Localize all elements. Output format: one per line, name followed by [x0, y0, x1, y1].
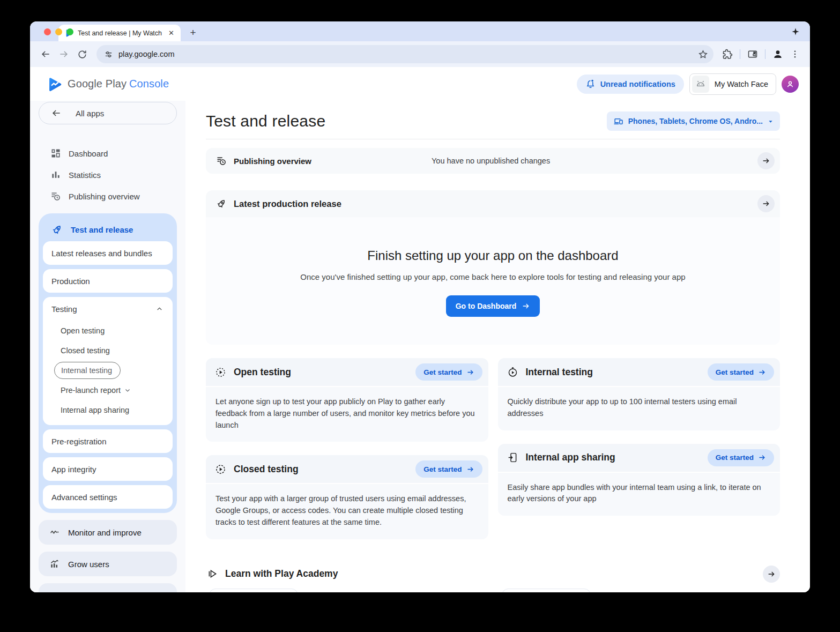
play-console-logo-icon [47, 77, 62, 92]
sidebar-item-open-testing[interactable]: Open testing [61, 321, 173, 340]
publishing-overview-card[interactable]: Publishing overview You have no unpublis… [206, 148, 780, 174]
internal-app-sharing-get-started-button[interactable]: Get started [708, 449, 774, 466]
profile-icon[interactable] [770, 47, 785, 62]
unread-notifications-label: Unread notifications [600, 80, 675, 88]
reload-icon[interactable] [74, 46, 90, 62]
grow-users-icon [49, 559, 60, 569]
back-icon[interactable] [38, 46, 54, 62]
device-filter-dropdown[interactable]: Phones, Tablets, Chrome OS, Andro... [607, 111, 780, 131]
publishing-overview-icon [50, 191, 61, 202]
internal-app-sharing-icon [507, 452, 518, 463]
sidebar-item-closed-testing[interactable]: Closed testing [61, 340, 173, 360]
sidebar-item-label: Latest releases and bundles [51, 249, 152, 258]
chevron-down-icon [124, 387, 131, 393]
dashboard-icon [50, 148, 61, 159]
sidebar-item-label: Publishing overview [69, 192, 140, 201]
url-text[interactable]: play.google.com [118, 50, 690, 58]
main-content: Test and release Phones, Tablets, Chrome… [185, 101, 810, 592]
forward-icon[interactable] [56, 46, 72, 62]
selected-app-name: My Watch Face [715, 80, 768, 88]
sidebar-item-label: Dashboard [69, 149, 108, 158]
sidebar-item-partial[interactable] [39, 583, 177, 592]
arrow-right-icon [758, 368, 766, 376]
new-tab-button[interactable]: + [186, 26, 200, 40]
play-academy-section: Learn with Play Academy Set up an open, … [206, 562, 780, 593]
device-filter-label: Phones, Tablets, Chrome OS, Andro... [628, 117, 763, 125]
academy-course-strip: Set up an open, closed or internal test … [206, 589, 780, 593]
tab-title: Test and release | My Watch F [78, 29, 162, 37]
app-selector[interactable]: My Watch Face [689, 73, 776, 95]
sidebar-item-production[interactable]: Production [43, 269, 173, 293]
sidebar-item-label: Pre-registration [51, 437, 107, 446]
monitor-pulse-icon [49, 527, 60, 538]
testing-sublist: Open testing Closed testing Internal tes… [43, 321, 173, 425]
sidebar-item-latest-releases[interactable]: Latest releases and bundles [43, 241, 173, 265]
open-play-academy-button[interactable] [763, 566, 780, 583]
all-apps-button[interactable]: All apps [39, 102, 177, 124]
latest-production-release-card: Latest production release Finish setting… [206, 190, 780, 345]
course-thumbnail[interactable] [209, 589, 298, 593]
sidebar: All apps Dashboard Statistics Publishing… [30, 101, 185, 592]
rocket-icon [51, 224, 63, 235]
side-panel-search-icon[interactable] [745, 47, 760, 62]
sidebar-item-label: Advanced settings [51, 493, 117, 502]
get-started-label: Get started [423, 465, 462, 473]
card-title: Open testing [234, 367, 408, 378]
minimize-window-button[interactable] [55, 28, 62, 35]
sidebar-item-test-and-release[interactable]: Test and release [43, 218, 173, 241]
android-icon [692, 76, 709, 93]
sidebar-item-statistics[interactable]: Statistics [39, 164, 177, 185]
sidebar-item-internal-testing[interactable]: Internal testing [61, 360, 173, 380]
open-testing-icon [215, 367, 226, 378]
sidebar-item-label: Monitor and improve [68, 528, 142, 537]
window-controls [44, 28, 73, 35]
closed-testing-icon [215, 464, 226, 475]
play-console-logo[interactable]: Google PlayConsole [47, 77, 169, 92]
sidebar-item-pre-launch-report[interactable]: Pre-launch report [61, 380, 173, 400]
menu-dots-icon[interactable] [787, 47, 802, 62]
testing-cards-grid: Open testing Get started Let anyone sign… [206, 358, 780, 539]
card-description: Let anyone sign up to test your app publ… [206, 387, 488, 442]
divider [206, 139, 780, 139]
bookmark-star-icon[interactable] [695, 47, 710, 62]
latest-production-release-header[interactable]: Latest production release [206, 190, 780, 217]
sparkle-icon[interactable] [789, 25, 802, 39]
tab-close-icon[interactable]: ✕ [166, 29, 176, 37]
internal-testing-get-started-button[interactable]: Get started [708, 363, 774, 381]
finish-setup-heading: Finish setting up your app on the dashbo… [227, 248, 759, 263]
browser-tab[interactable]: Test and release | My Watch F ✕ [58, 25, 181, 41]
course-thumbnail[interactable] [502, 589, 591, 593]
arrow-right-icon [466, 368, 474, 376]
account-avatar[interactable] [782, 76, 799, 93]
section-title: Learn with Play Academy [225, 568, 756, 579]
sidebar-item-advanced-settings[interactable]: Advanced settings [43, 485, 173, 509]
address-bar[interactable]: play.google.com [96, 45, 713, 63]
closed-testing-get-started-button[interactable]: Get started [415, 460, 482, 478]
go-to-dashboard-button[interactable]: Go to Dashboard [446, 295, 540, 317]
arrow-right-icon [466, 465, 474, 473]
sidebar-item-internal-app-sharing[interactable]: Internal app sharing [61, 400, 173, 420]
open-testing-get-started-button[interactable]: Get started [415, 363, 482, 381]
play-academy-icon [207, 568, 218, 579]
closed-testing-card: Closed testing Get started Test your app… [206, 455, 488, 539]
internal-app-sharing-card: Internal app sharing Get started Easily … [498, 444, 780, 516]
maximize-window-button[interactable] [66, 28, 73, 35]
sidebar-item-dashboard[interactable]: Dashboard [39, 143, 177, 164]
unread-notifications-button[interactable]: Unread notifications [577, 75, 684, 94]
extensions-icon[interactable] [720, 47, 735, 62]
sidebar-item-pre-registration[interactable]: Pre-registration [43, 429, 173, 453]
toolbar-divider [740, 49, 740, 59]
sidebar-item-app-integrity[interactable]: App integrity [43, 457, 173, 481]
arrow-right-icon [762, 157, 770, 165]
site-settings-icon[interactable] [104, 50, 113, 59]
sidebar-item-publishing-overview[interactable]: Publishing overview [39, 185, 177, 207]
sidebar-item-testing[interactable]: Testing [43, 297, 173, 321]
arrow-right-icon [758, 453, 766, 462]
sidebar-item-label: Internal testing [54, 362, 121, 379]
open-publishing-overview-button[interactable] [757, 152, 775, 169]
close-window-button[interactable] [44, 28, 51, 35]
sidebar-item-monitor-and-improve[interactable]: Monitor and improve [39, 520, 177, 545]
get-started-label: Get started [716, 368, 754, 376]
sidebar-item-grow-users[interactable]: Grow users [39, 552, 177, 576]
open-latest-release-button[interactable] [757, 195, 775, 212]
